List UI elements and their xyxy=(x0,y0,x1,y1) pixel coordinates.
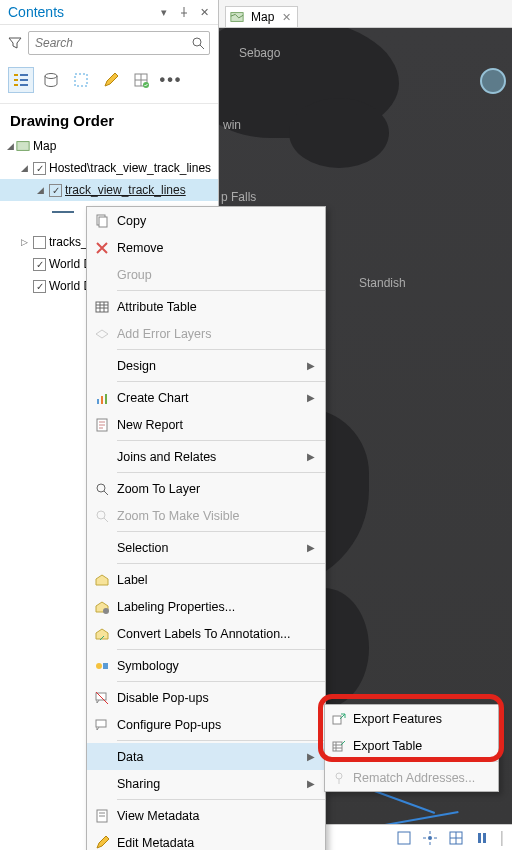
ctx-symbology[interactable]: Symbology xyxy=(87,652,325,679)
search-icon[interactable] xyxy=(191,36,205,50)
svg-rect-5 xyxy=(483,833,486,843)
tree-selected-layer[interactable]: ◢ track_view_track_lines xyxy=(0,179,218,201)
map-label-falls: p Falls xyxy=(221,190,256,204)
tree-hosted[interactable]: ◢ Hosted\track_view_track_lines xyxy=(0,157,218,179)
svg-point-31 xyxy=(336,773,342,779)
svg-rect-14 xyxy=(96,302,108,312)
sub-rematch: Rematch Addresses... xyxy=(325,764,498,791)
svg-point-19 xyxy=(97,484,105,492)
svg-rect-1 xyxy=(398,832,410,844)
checkbox[interactable] xyxy=(33,258,46,271)
select-tool-icon[interactable] xyxy=(396,830,412,846)
ctx-add-error: Add Error Layers xyxy=(87,320,325,347)
close-icon[interactable]: ✕ xyxy=(282,11,291,24)
svg-point-22 xyxy=(96,663,102,669)
ctx-create-chart[interactable]: Create Chart▶ xyxy=(87,384,325,411)
list-by-editing[interactable] xyxy=(98,67,124,93)
ctx-convert-labels[interactable]: Convert Labels To Annotation... xyxy=(87,620,325,647)
navigator-widget[interactable] xyxy=(480,68,506,94)
line-symbol xyxy=(52,211,74,213)
svg-rect-16 xyxy=(101,396,103,404)
tree-label: Map xyxy=(33,139,56,153)
svg-point-21 xyxy=(103,608,109,614)
map-tab[interactable]: Map ✕ xyxy=(225,6,298,27)
checkbox[interactable] xyxy=(33,162,46,175)
ctx-joins[interactable]: Joins and Relates▶ xyxy=(87,443,325,470)
svg-point-20 xyxy=(97,511,105,519)
ctx-configure-popups[interactable]: Configure Pop-ups xyxy=(87,711,325,738)
svg-rect-29 xyxy=(333,716,341,724)
sub-export-table[interactable]: Export Table xyxy=(325,732,498,759)
tree-label: track_view_track_lines xyxy=(65,183,186,197)
svg-point-6 xyxy=(193,38,201,46)
tree-label: Hosted\track_view_track_lines xyxy=(49,161,211,175)
svg-rect-8 xyxy=(75,74,87,86)
map-tab-label: Map xyxy=(251,10,274,24)
section-title: Drawing Order xyxy=(0,104,218,135)
tab-bar: Map ✕ xyxy=(219,0,512,28)
sub-export-features[interactable]: Export Features xyxy=(325,705,498,732)
more-icon[interactable]: ••• xyxy=(158,67,184,93)
svg-point-7 xyxy=(45,74,57,79)
ctx-design[interactable]: Design▶ xyxy=(87,352,325,379)
panel-header: Contents ▾ ✕ xyxy=(0,0,218,25)
svg-rect-0 xyxy=(231,13,243,22)
context-menu: Copy Remove Group Attribute Table Add Er… xyxy=(86,206,326,850)
grid-icon[interactable] xyxy=(448,830,464,846)
search-row xyxy=(0,25,218,61)
list-by-source[interactable] xyxy=(38,67,64,93)
ctx-disable-popups[interactable]: Disable Pop-ups xyxy=(87,684,325,711)
ctx-copy[interactable]: Copy xyxy=(87,207,325,234)
svg-rect-30 xyxy=(333,742,342,751)
map-icon xyxy=(16,139,30,153)
ctx-remove[interactable]: Remove xyxy=(87,234,325,261)
svg-point-2 xyxy=(428,836,432,840)
ctx-new-report[interactable]: New Report xyxy=(87,411,325,438)
view-toolbar: ••• xyxy=(0,61,218,104)
data-submenu: Export Features Export Table Rematch Add… xyxy=(324,704,499,792)
snapping-icon[interactable] xyxy=(422,830,438,846)
map-icon xyxy=(230,10,244,24)
ctx-zoom-layer[interactable]: Zoom To Layer xyxy=(87,475,325,502)
svg-rect-4 xyxy=(478,833,481,843)
checkbox[interactable] xyxy=(33,280,46,293)
list-by-selection[interactable] xyxy=(68,67,94,93)
ctx-sharing[interactable]: Sharing▶ xyxy=(87,770,325,797)
svg-rect-23 xyxy=(103,663,108,669)
ctx-data[interactable]: Data▶ xyxy=(87,743,325,770)
ctx-group: Group xyxy=(87,261,325,288)
ctx-view-meta[interactable]: View Metadata xyxy=(87,802,325,829)
ctx-label[interactable]: Label xyxy=(87,566,325,593)
list-by-snapping[interactable] xyxy=(128,67,154,93)
ctx-edit-meta[interactable]: Edit Metadata xyxy=(87,829,325,850)
filter-icon[interactable] xyxy=(8,36,22,50)
list-by-drawing-order[interactable] xyxy=(8,67,34,93)
svg-rect-15 xyxy=(97,399,99,404)
svg-rect-11 xyxy=(17,142,29,151)
svg-rect-17 xyxy=(105,394,107,404)
ctx-labeling-props[interactable]: Labeling Properties... xyxy=(87,593,325,620)
panel-title: Contents xyxy=(8,4,152,20)
close-icon[interactable]: ✕ xyxy=(196,4,212,20)
tree-map[interactable]: ◢ Map xyxy=(0,135,218,157)
dropdown-icon[interactable]: ▾ xyxy=(156,4,172,20)
pin-icon[interactable] xyxy=(176,4,192,20)
ctx-selection[interactable]: Selection▶ xyxy=(87,534,325,561)
map-label-standish: Standish xyxy=(359,276,406,290)
map-label-win: win xyxy=(223,118,241,132)
svg-rect-13 xyxy=(99,217,107,227)
checkbox[interactable] xyxy=(33,236,46,249)
ctx-zoom-visible: Zoom To Make Visible xyxy=(87,502,325,529)
pause-icon[interactable] xyxy=(474,830,490,846)
search-input[interactable] xyxy=(28,31,210,55)
svg-rect-25 xyxy=(96,720,106,727)
ctx-attribute-table[interactable]: Attribute Table xyxy=(87,293,325,320)
search-field[interactable] xyxy=(33,35,191,51)
checkbox[interactable] xyxy=(49,184,62,197)
map-label-sebago: Sebago xyxy=(239,46,280,60)
